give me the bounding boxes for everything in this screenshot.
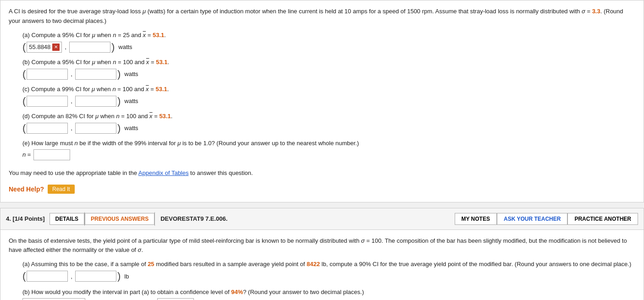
problem4-part-a-input2[interactable] [75,271,116,282]
need-help-label: Need Help? [9,185,44,193]
part-c-unit: watts [124,98,138,104]
comma-d: , [71,125,72,131]
part-b-input2[interactable] [75,69,116,80]
part-a-unit: watts [118,44,132,50]
problem4-header: 4. [1/4 Points] DETAILS PREVIOUS ANSWERS… [0,208,644,229]
problem4-part-a-unit: lb [124,273,129,280]
appendix-note: You may need to use the appropriate tabl… [9,169,635,176]
part-a-input1-filled: 55.8848 ✕ [27,42,62,53]
part-c-input2[interactable] [75,96,116,107]
part-a-value1: 55.8848 [29,44,50,50]
part-d-input2[interactable] [75,123,116,134]
problem4-intro: On the basis of extensive tests, the yie… [9,236,635,256]
problem4-part-a-label: (a) Assuming this to be the case, if a s… [22,261,635,267]
open-paren-c: ( [22,95,26,107]
problem4-part-b-label: (b) How would you modify the interval in… [22,289,635,295]
practice-another-button[interactable]: PRACTICE ANOTHER [567,213,638,225]
problem4-part-a-input1[interactable] [27,271,68,282]
problem4-body: On the basis of extensive tests, the yie… [0,229,644,300]
part-a-input2[interactable] [69,42,110,53]
read-it-button[interactable]: Read It [48,185,75,194]
appendix-link[interactable]: Appendix of Tables [138,169,189,176]
close-paren-a: ) [111,41,115,53]
ask-teacher-button[interactable]: ASK YOUR TEACHER [497,213,567,225]
part-e-input[interactable] [33,149,70,160]
part-b-input1[interactable] [27,69,68,80]
open-paren-d: ( [22,122,26,134]
comma-c: , [71,98,72,104]
appendix-prefix-text: You may need to use the appropriate tabl… [9,169,137,176]
part-a-clear-btn[interactable]: ✕ [52,44,60,51]
close-paren-d: ) [117,122,121,134]
part-e-label: (e) How large must n be if the width of … [22,140,635,147]
close-paren-c: ) [117,95,121,107]
details-button[interactable]: DETAILS [50,213,84,225]
problem4-source: DEVORESTAT9 7.E.006. [155,215,233,222]
problem4-points: 4. [1/4 Points] [6,215,45,222]
part-b-unit: watts [124,71,138,77]
comma-a: , [65,44,66,50]
my-notes-button[interactable]: MY NOTES [455,213,497,225]
open-paren-a: ( [22,41,26,53]
part-e-n-label: n = [22,151,33,158]
part-d-label: (d) Compute an 82% CI for μ when n = 100… [22,113,635,120]
appendix-suffix-text: to answer this question. [190,169,253,176]
comma-b: , [71,71,72,77]
part-b-label: (b) Compute a 95% CI for μ when n = 100 … [22,59,635,65]
previous-answers-button[interactable]: PREVIOUS ANSWERS [85,213,154,225]
part-a-label: (a) Compute a 95% CI for μ when n = 25 a… [22,32,635,38]
open-paren-b: ( [22,68,26,80]
problem3-intro: A CI is desired for the true average str… [9,7,635,26]
open-paren-4a: ( [22,270,26,282]
problem4-part-b-dropdown[interactable]: The value of z The sample size n The con… [22,298,85,300]
part-d-unit: watts [124,125,138,131]
comma-4a: , [71,273,72,280]
part-c-label: (c) Compute a 99% CI for μ when n = 100 … [22,86,635,93]
part-c-input1[interactable] [27,96,68,107]
problem4-part-b-input[interactable] [157,298,194,300]
part-d-input1[interactable] [27,123,68,134]
close-paren-4a: ) [117,270,121,282]
close-paren-b: ) [117,68,121,80]
